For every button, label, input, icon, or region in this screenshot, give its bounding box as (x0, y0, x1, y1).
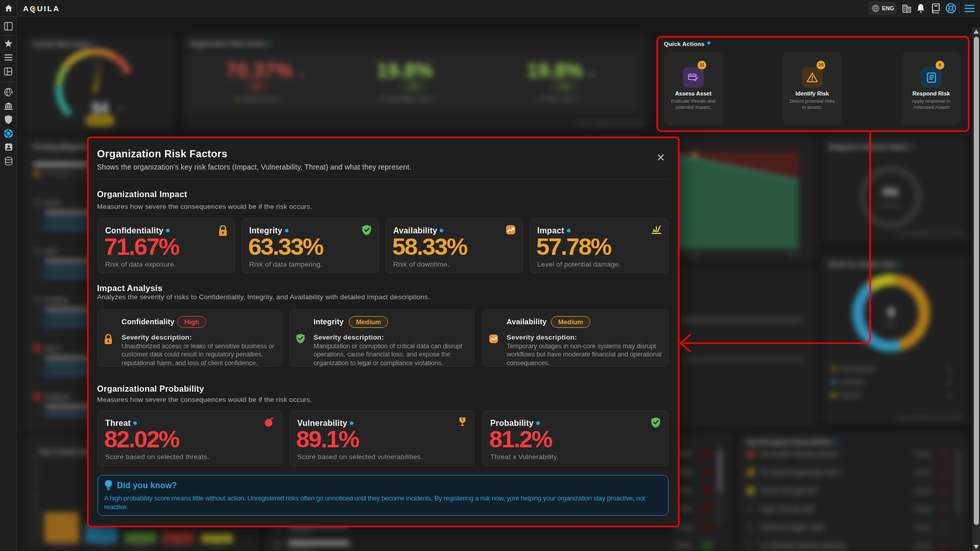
svg-text:100: 100 (32, 457, 39, 462)
svg-text:20: 20 (34, 530, 39, 535)
svg-text:30: 30 (34, 521, 39, 526)
svg-text:50: 50 (34, 502, 39, 508)
svg-text:25: 25 (64, 70, 69, 75)
svg-text:DB01: DB01 (135, 543, 146, 548)
svg-text:60: 60 (34, 493, 39, 498)
svg-text:HVAC: HVAC (172, 543, 184, 548)
svg-text:Server 01: Server 01 (53, 543, 71, 548)
svg-text:40: 40 (34, 512, 39, 517)
svg-text:Jun 03: Jun 03 (787, 252, 801, 257)
svg-text:FW: FW (213, 543, 220, 548)
svg-text:50: 50 (92, 60, 98, 65)
svg-text:ATM: ATM (97, 543, 105, 548)
svg-text:75: 75 (120, 70, 125, 75)
svg-text:Jun 02: Jun 02 (687, 252, 701, 257)
svg-text:80: 80 (34, 475, 39, 480)
svg-text:70: 70 (34, 484, 39, 489)
svg-text:90: 90 (34, 466, 39, 471)
